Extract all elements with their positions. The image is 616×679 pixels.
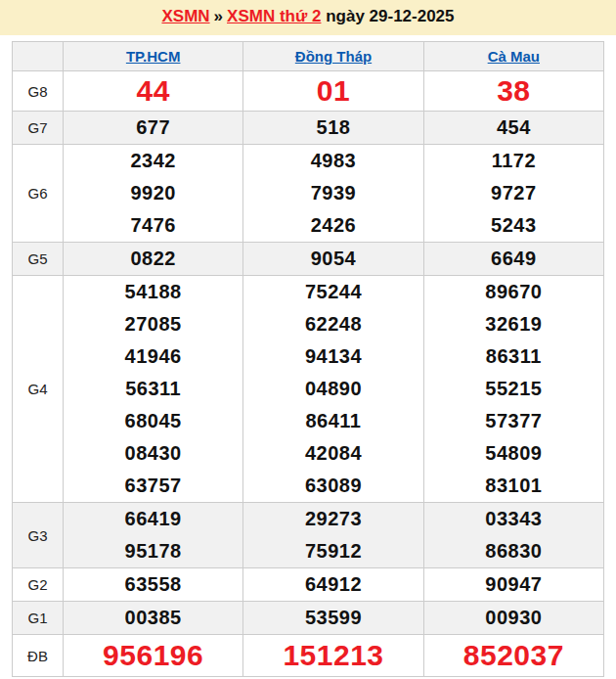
- prize-number: 63089: [243, 470, 422, 502]
- prize-number: 956196: [64, 635, 242, 676]
- prize-number: 1172: [424, 145, 603, 177]
- lottery-results-table: TP.HCM Đồng Tháp Cà Mau G8440138G7677518…: [12, 41, 604, 677]
- prize-number: 00385: [64, 602, 242, 634]
- draw-date: ngày 29-12-2025: [326, 7, 454, 25]
- prize-number: 4983: [243, 145, 422, 177]
- prize-number: 90947: [424, 568, 603, 601]
- prize-row-g2: G2635586491290947: [13, 568, 604, 602]
- table-header-row: TP.HCM Đồng Tháp Cà Mau: [13, 42, 604, 71]
- prize-number: 86411: [243, 405, 422, 437]
- prize-number: 64912: [243, 568, 422, 601]
- prize-cell-g7-col2: 454: [423, 112, 603, 145]
- prize-number: 89670: [424, 276, 603, 308]
- xsmn-link[interactable]: XSMN: [161, 7, 209, 25]
- prize-label-g7: G7: [13, 112, 64, 145]
- prize-number: 9054: [243, 243, 422, 275]
- prize-number: 44: [64, 71, 242, 111]
- results-panel: TP.HCM Đồng Tháp Cà Mau G8440138G7677518…: [0, 35, 616, 679]
- prize-cell-g4-col1: 75244622489413404890864114208463089: [243, 276, 423, 503]
- prize-row-g6: G6234299207476498379392426117297275243: [13, 145, 604, 243]
- prize-number: 7939: [243, 177, 422, 209]
- prize-cell-g2-col0: 63558: [64, 568, 243, 602]
- prize-cell-g6-col2: 117297275243: [423, 145, 603, 243]
- prize-cell-g5-col0: 0822: [64, 243, 243, 276]
- prize-cell-g8-col1: 01: [243, 71, 423, 112]
- prize-number: 94134: [243, 340, 422, 373]
- prize-cell-g8-col0: 44: [64, 71, 243, 112]
- prize-number: 00930: [424, 602, 603, 634]
- prize-number: 66419: [64, 503, 242, 535]
- prize-number: 852037: [424, 635, 603, 676]
- prize-number: 75912: [243, 535, 422, 567]
- prize-cell-g6-col0: 234299207476: [64, 145, 243, 243]
- prize-number: 68045: [64, 405, 242, 437]
- prize-number: 38: [424, 71, 603, 111]
- prize-number: 62248: [243, 308, 422, 340]
- prize-number: 32619: [424, 308, 603, 340]
- prize-cell-g4-col0: 54188270854194656311680450843063757: [64, 276, 243, 503]
- prize-number: 677: [64, 112, 242, 144]
- prize-cell-g1-col0: 00385: [64, 602, 243, 635]
- prize-label-g2: G2: [13, 568, 64, 602]
- prize-row-g7: G7677518454: [13, 112, 604, 145]
- prize-number: 29273: [243, 503, 422, 535]
- prize-cell-g2-col1: 64912: [243, 568, 423, 602]
- prize-cell-g1-col1: 53599: [243, 602, 423, 635]
- prize-cell-g3-col1: 2927375912: [243, 503, 423, 568]
- prize-cell-g7-col1: 518: [243, 112, 423, 145]
- prize-number: 0822: [64, 243, 242, 275]
- prize-number: 56311: [64, 373, 242, 405]
- prize-number: 518: [243, 112, 422, 144]
- xsmn-day-link[interactable]: XSMN thứ 2: [227, 7, 321, 25]
- prize-number: 55215: [424, 373, 603, 405]
- prize-cell-g5-col1: 9054: [243, 243, 423, 276]
- column-header-ca-mau: Cà Mau: [423, 42, 603, 71]
- column-header-dong-thap: Đồng Tháp: [243, 42, 423, 71]
- prize-number: 08430: [64, 437, 242, 470]
- prize-cell-g2-col2: 90947: [423, 568, 603, 602]
- prize-number: 54809: [424, 437, 603, 470]
- prize-number: 95178: [64, 535, 242, 567]
- prize-cell-g6-col1: 498379392426: [243, 145, 423, 243]
- prize-label-g6: G6: [13, 145, 64, 243]
- prize-number: 6649: [424, 243, 603, 275]
- prize-label-g5: G5: [13, 243, 64, 276]
- page-title: XSMN»XSMN thứ 2 ngày 29-12-2025: [0, 0, 616, 35]
- prize-cell-g5-col2: 6649: [423, 243, 603, 276]
- prize-number: 03343: [424, 503, 603, 535]
- province-link-ca-mau[interactable]: Cà Mau: [488, 48, 540, 65]
- column-header-tphcm: TP.HCM: [64, 42, 243, 71]
- prize-number: 454: [424, 112, 603, 144]
- prize-row-g4: G454188270854194656311680450843063757752…: [13, 276, 604, 503]
- prize-number: 27085: [64, 308, 242, 340]
- province-link-dong-thap[interactable]: Đồng Tháp: [295, 48, 372, 65]
- prize-cell-g1-col2: 00930: [423, 602, 603, 635]
- prize-number: 9727: [424, 177, 603, 209]
- prize-label-g3: G3: [13, 503, 64, 568]
- prize-cell-g3-col2: 0334386830: [423, 503, 603, 568]
- prize-number: 41946: [64, 340, 242, 373]
- prize-number: 151213: [243, 635, 422, 676]
- prize-number: 01: [243, 71, 422, 111]
- prize-number: 53599: [243, 602, 422, 634]
- prize-cell-db-col1: 151213: [243, 635, 423, 677]
- prize-row-db: ĐB956196151213852037: [13, 635, 604, 677]
- prize-number: 83101: [424, 470, 603, 502]
- prize-row-g1: G1003855359900930: [13, 602, 604, 635]
- prize-number: 54188: [64, 276, 242, 308]
- prize-row-g3: G3664199517829273759120334386830: [13, 503, 604, 568]
- prize-number: 9920: [64, 177, 242, 209]
- prize-number: 86830: [424, 535, 603, 567]
- prize-number: 63757: [64, 470, 242, 502]
- prize-label-g8: G8: [13, 71, 64, 112]
- prize-row-g5: G5082290546649: [13, 243, 604, 276]
- prize-number: 57377: [424, 405, 603, 437]
- prize-number: 42084: [243, 437, 422, 470]
- prize-cell-g7-col0: 677: [64, 112, 243, 145]
- prize-cell-db-col2: 852037: [423, 635, 603, 677]
- province-link-tphcm[interactable]: TP.HCM: [126, 48, 181, 65]
- prize-label-g1: G1: [13, 602, 64, 635]
- prize-cell-g3-col0: 6641995178: [64, 503, 243, 568]
- prize-number: 2426: [243, 209, 422, 242]
- prize-number: 7476: [64, 209, 242, 242]
